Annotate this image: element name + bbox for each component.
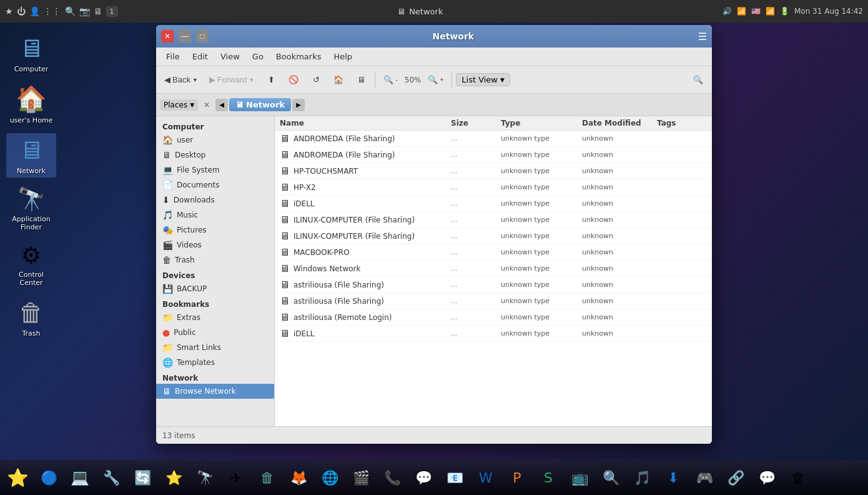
computer-nav-button[interactable]: 🖥 (351, 70, 371, 90)
forward-button[interactable]: ▶ Forward ▼ (205, 70, 259, 90)
taskbar-item-airplane[interactable]: ✈ (221, 462, 251, 492)
taskbar-item-skype[interactable]: 💬 (408, 462, 438, 492)
desktop-icon-appfinder[interactable]: 🔭 Application Finder (6, 184, 56, 234)
taskbar-item-qbittorrent[interactable]: ⬇ (658, 462, 688, 492)
window-maximize-button[interactable]: □ (196, 30, 209, 42)
table-row[interactable]: 🖥 astriliousa (File Sharing) ... unknown… (275, 277, 712, 293)
window-close-button[interactable]: ✕ (161, 30, 174, 42)
sidebar-item-extras[interactable]: 📁 Extras (156, 310, 274, 325)
taskbar-item-starred[interactable]: ⭐ (159, 462, 189, 492)
menu-bookmarks[interactable]: Bookmarks (271, 51, 327, 62)
search-button[interactable]: 🔍 (688, 70, 708, 90)
taskbar-item-writer[interactable]: W (471, 462, 501, 492)
sidebar-item-filesystem[interactable]: 💻 File System (156, 162, 274, 178)
taskbar-item-binoculars[interactable]: 🔭 (190, 462, 220, 492)
taskbar-item-amazon[interactable]: 🔍 (596, 462, 626, 492)
desktop-icon-computer[interactable]: 🖥 Computer (6, 31, 56, 76)
taskbar-item-firefox[interactable]: 🦊 (284, 462, 313, 492)
taskbar-item-chrome[interactable]: 🌐 (315, 462, 345, 492)
language-icon[interactable]: 🇺🇸 (751, 7, 761, 16)
taskbar-item-steam[interactable]: 🎮 (689, 462, 719, 492)
sidebar-item-user[interactable]: 🏠 user (156, 132, 274, 148)
sidebar-item-pictures[interactable]: 🎭 Pictures (156, 222, 274, 238)
taskbar-item-ristretto[interactable]: ⭐ (2, 462, 32, 492)
taskbar-item-teamviewer[interactable]: 💬 (752, 462, 782, 492)
sidebar-item-documents[interactable]: 📄 Documents (156, 178, 274, 192)
network-signal-icon[interactable]: 📶 (737, 7, 746, 16)
table-row[interactable]: 🖥 MACBOOK-PRO ... unknown type unknown (275, 244, 712, 261)
table-row[interactable]: 🖥 ILINUX-COMPUTER (File Sharing) ... unk… (275, 228, 712, 244)
search-icon[interactable]: 🔍 (65, 6, 76, 16)
table-row[interactable]: 🖥 astriliousa (Remote Login) ... unknown… (275, 309, 712, 326)
menu-view[interactable]: View (215, 51, 245, 62)
taskbar-item-trash2[interactable]: 🗑 (252, 462, 282, 492)
sidebar-item-downloads[interactable]: ⬇ Downloads (156, 192, 274, 208)
table-row[interactable]: 🖥 iDELL ... unknown type unknown (275, 326, 712, 342)
zoom-out-button[interactable]: 🔍 - (379, 70, 402, 90)
col-name[interactable]: Name (280, 119, 451, 128)
sidebar-item-trash[interactable]: 🗑 Trash (156, 252, 274, 268)
table-row[interactable]: 🖥 Windows Network ... unknown type unkno… (275, 261, 712, 277)
sidebar-item-videos[interactable]: 🎬 Videos (156, 238, 274, 252)
taskbar-item-screen[interactable]: 📺 (565, 462, 594, 492)
menu-go[interactable]: Go (247, 51, 269, 62)
taskbar-item-clapper[interactable]: 🎬 (346, 462, 376, 492)
sidebar-item-templates[interactable]: 🌐 Templates (156, 355, 274, 370)
table-row[interactable]: 🖥 iDELL ... unknown type unknown (275, 196, 712, 212)
table-row[interactable]: 🖥 astriliousa (File Sharing) ... unknown… (275, 293, 712, 309)
menu-edit[interactable]: Edit (187, 51, 213, 62)
places-button[interactable]: Places ▼ (160, 99, 198, 111)
window-menu-icon[interactable]: ☰ (698, 31, 707, 42)
menu-help[interactable]: Help (328, 51, 357, 62)
breadcrumb-next-btn[interactable]: ▶ (292, 99, 305, 111)
desktop-icon-home[interactable]: 🏠 user's Home (6, 82, 56, 127)
monitor-icon[interactable]: 🖥 (94, 6, 102, 16)
sidebar-item-music[interactable]: 🎵 Music (156, 208, 274, 222)
taskbar-item-mail[interactable]: 📧 (440, 462, 470, 492)
desktop-icon-network[interactable]: 🖥 Network (6, 133, 56, 178)
view-select[interactable]: List View ▼ (456, 73, 510, 86)
taskbar-item-anyconnect[interactable]: 🔗 (721, 462, 751, 492)
sidebar-item-browsenetwork[interactable]: 🖥 Browse Network (156, 384, 274, 399)
menu-file[interactable]: File (161, 51, 185, 62)
taskbar-item-viber[interactable]: 📞 (377, 462, 407, 492)
reload-button[interactable]: ↺ (306, 70, 326, 90)
sidebar-item-public[interactable]: ● Public (156, 325, 274, 340)
taskbar-item-spreadsheet[interactable]: S (533, 462, 563, 492)
sidebar-item-desktop[interactable]: 🖥 Desktop (156, 148, 274, 162)
apps-icon[interactable]: ⋮⋮ (44, 6, 61, 16)
breadcrumb-network[interactable]: 🖥 Network (229, 98, 291, 111)
window-minimize-button[interactable]: — (179, 30, 191, 42)
sidebar-close-button[interactable]: ✕ (200, 99, 213, 111)
battery-icon[interactable]: 🔋 (780, 7, 789, 16)
table-row[interactable]: 🖥 ANDROMEDA (File Sharing) ... unknown t… (275, 131, 712, 147)
power-icon[interactable]: ⏻ (17, 6, 26, 16)
taskbar-item-trash3[interactable]: 🗑 (783, 462, 813, 492)
user-icon[interactable]: 👤 (29, 6, 40, 16)
star-icon[interactable]: ★ (5, 6, 13, 16)
bluetooth-icon[interactable]: 📶 (766, 7, 775, 16)
taskbar-item-settings[interactable]: 🔧 (96, 462, 126, 492)
volume-icon[interactable]: 🔊 (723, 7, 732, 16)
taskbar-item-vlc[interactable]: 🎵 (627, 462, 657, 492)
taskbar-item-switcher[interactable]: 🔄 (127, 462, 157, 492)
breadcrumb-prev-btn[interactable]: ◀ (215, 99, 228, 111)
zoom-in-button[interactable]: 🔍 + (423, 70, 448, 90)
taskbar-item-fileman[interactable]: 💻 (65, 462, 95, 492)
sidebar-item-smartlinks[interactable]: 📁 Smart Links (156, 340, 274, 355)
home-button[interactable]: 🏠 (328, 70, 348, 90)
taskbar-item-files[interactable]: 🔵 (34, 462, 64, 492)
table-row[interactable]: 🖥 HP-X2 ... unknown type unknown (275, 179, 712, 196)
table-row[interactable]: 🖥 ILINUX-COMPUTER (File Sharing) ... unk… (275, 212, 712, 228)
taskbar-item-presentation[interactable]: P (502, 462, 532, 492)
col-type[interactable]: Type (501, 119, 582, 128)
col-size[interactable]: Size (451, 119, 501, 128)
table-row[interactable]: 🖥 ANDROMEDA (File Sharing) ... unknown t… (275, 147, 712, 163)
desktop-icon-trash[interactable]: 🗑 Trash (6, 296, 56, 340)
table-row[interactable]: 🖥 HP-TOUCHSMART ... unknown type unknown (275, 163, 712, 179)
back-button[interactable]: ◀ Back ▼ (160, 70, 202, 90)
screenshot-icon[interactable]: 📷 (79, 6, 90, 16)
col-tags[interactable]: Tags (657, 119, 707, 128)
sidebar-item-backup[interactable]: 💾 BACKUP (156, 281, 274, 296)
up-button[interactable]: ⬆ (261, 70, 281, 90)
